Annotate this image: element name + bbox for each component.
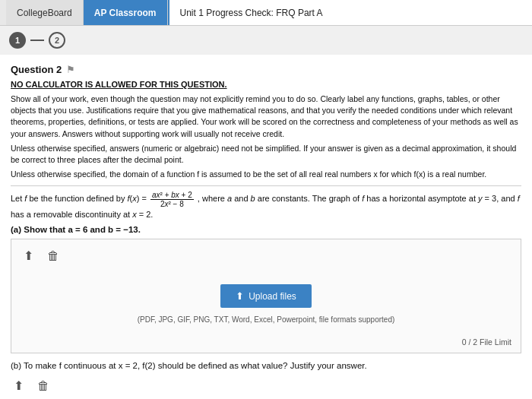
part-b-icons-row: ⬆ 🗑 bbox=[11, 377, 521, 394]
part-b-trash-icon-button[interactable]: 🗑 bbox=[34, 377, 52, 394]
tab-title: Unit 1 Progress Check: FRQ Part A bbox=[168, 0, 532, 25]
step-indicator: 1 2 bbox=[0, 26, 532, 55]
flag-icon[interactable]: ⚑ bbox=[66, 64, 75, 75]
file-limit-row: 0 / 2 File Limit bbox=[21, 337, 511, 347]
collegeboard-tab-label: CollegeBoard bbox=[17, 8, 72, 18]
upload-button-label: Upload files bbox=[249, 291, 296, 302]
tab-ap-classroom[interactable]: AP Classroom bbox=[84, 0, 168, 25]
instruction-2: Unless otherwise specified, answers (num… bbox=[11, 143, 521, 166]
step-2[interactable]: 2 bbox=[49, 32, 65, 49]
title-label: Unit 1 Progress Check: FRQ Part A bbox=[180, 8, 323, 18]
part-b-label: (b) To make f continuous at x = 2, f(2) … bbox=[11, 361, 367, 370]
fraction: ax² + bx + 2 2x² − 8 bbox=[150, 191, 194, 208]
upload-center: ⬆ Upload files (PDF, JPG, GIF, PNG, TXT,… bbox=[21, 271, 511, 333]
upload-files-button[interactable]: ⬆ Upload files bbox=[220, 284, 312, 308]
upload-arrow-icon: ⬆ bbox=[236, 290, 244, 302]
part-a-label: (a) Show that a = 6 and b = −13. bbox=[11, 225, 521, 234]
divider bbox=[11, 185, 521, 186]
question-header: Question 2 ⚑ bbox=[11, 64, 521, 75]
trash-icon-button[interactable]: 🗑 bbox=[44, 247, 62, 264]
instruction-3: Unless otherwise specified, the domain o… bbox=[11, 169, 521, 180]
no-calculator-notice: NO CALCULATOR IS ALLOWED FOR THIS QUESTI… bbox=[11, 80, 521, 89]
part-b: (b) To make f continuous at x = 2, f(2) … bbox=[11, 359, 521, 372]
file-limit-text: 0 / 2 File Limit bbox=[462, 337, 511, 347]
main-content: Question 2 ⚑ NO CALCULATOR IS ALLOWED FO… bbox=[0, 55, 532, 399]
step-1[interactable]: 1 bbox=[9, 32, 26, 49]
part-b-upload-icon-button[interactable]: ⬆ bbox=[11, 377, 27, 394]
top-bar: CollegeBoard AP Classroom Unit 1 Progres… bbox=[0, 0, 532, 26]
step-connector bbox=[30, 40, 44, 41]
function-definition: Let f be the function defined by f(x) = … bbox=[11, 191, 521, 221]
upload-icon-button[interactable]: ⬆ bbox=[21, 247, 36, 264]
upload-icons-row: ⬆ 🗑 bbox=[21, 247, 511, 264]
file-formats-text: (PDF, JPG, GIF, PNG, TXT, Word, Excel, P… bbox=[138, 315, 395, 324]
tab-collegeboard[interactable]: CollegeBoard bbox=[6, 0, 84, 25]
upload-area: ⬆ 🗑 ⬆ Upload files (PDF, JPG, GIF, PNG, … bbox=[11, 239, 521, 353]
ap-tab-label: AP Classroom bbox=[94, 8, 157, 18]
instruction-1: Show all of your work, even though the q… bbox=[11, 93, 521, 140]
question-number: Question 2 bbox=[11, 64, 62, 75]
